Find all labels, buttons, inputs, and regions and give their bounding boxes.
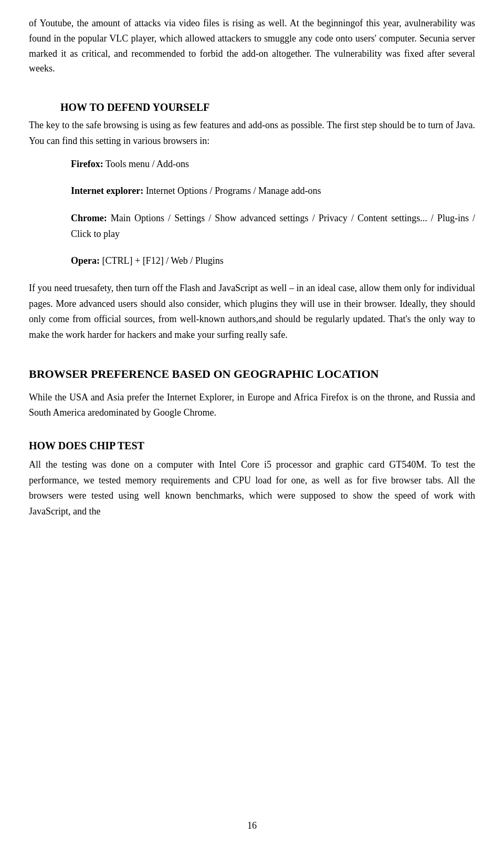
chip-test-heading: HOW DOES CHIP TEST	[29, 440, 475, 452]
browser-name-firefox: Firefox:	[71, 159, 103, 169]
browser-item-chrome: Chrome: Main Options / Settings / Show a…	[71, 211, 475, 242]
page-container: of Youtube, the amount of attacks via vi…	[0, 0, 504, 846]
how-to-defend-heading: HOW TO DEFEND YOURSELF	[60, 101, 475, 114]
safety-paragraph: If you need truesafety, then turn off th…	[29, 281, 475, 343]
browser-path-chrome: Main Options / Settings / Show advanced …	[71, 213, 475, 239]
browser-item-firefox: Firefox: Tools menu / Add-ons	[71, 157, 475, 172]
chip-test-body: All the testing was done on a computer w…	[29, 457, 475, 520]
browser-name-chrome: Chrome:	[71, 213, 107, 223]
page-number: 16	[247, 820, 257, 831]
browser-preference-section: BROWSER PREFERENCE BASED ON GEOGRAPHIC L…	[29, 350, 475, 428]
browser-item-opera: Opera: [CTRL] + [F12] / Web / Plugins	[71, 253, 475, 269]
browser-name-ie: Internet explorer:	[71, 185, 143, 196]
how-to-defend-section: HOW TO DEFEND YOURSELF The key to the sa…	[29, 91, 475, 350]
browser-preference-heading: BROWSER PREFERENCE BASED ON GEOGRAPHIC L…	[29, 366, 475, 383]
browser-preference-body: While the USA and Asia prefer the Intern…	[29, 390, 475, 421]
browser-list: Firefox: Tools menu / Add-ons Internet e…	[71, 157, 475, 269]
browser-name-opera: Opera:	[71, 255, 100, 266]
page-number-area: 16	[0, 820, 504, 831]
browser-path-ie: Internet Options / Programs / Manage add…	[146, 185, 321, 196]
browser-item-ie: Internet explorer: Internet Options / Pr…	[71, 183, 475, 199]
intro-paragraph: of Youtube, the amount of attacks via vi…	[29, 16, 475, 76]
browser-path-opera: [CTRL] + [F12] / Web / Plugins	[102, 255, 223, 266]
chip-test-section: HOW DOES CHIP TEST All the testing was d…	[29, 428, 475, 527]
browser-path-firefox: Tools menu / Add-ons	[106, 159, 189, 169]
how-to-defend-intro: The key to the safe browsing is using as…	[29, 118, 475, 149]
